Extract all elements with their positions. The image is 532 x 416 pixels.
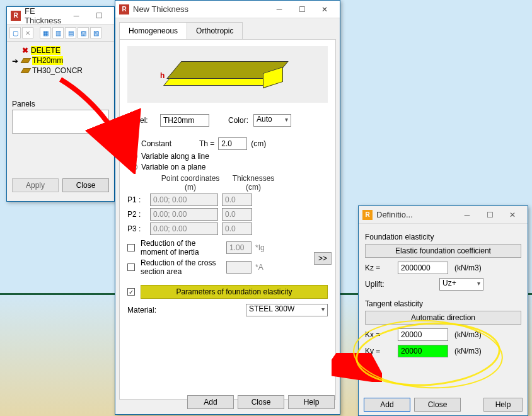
radio-label: Variable on a plane (141, 163, 206, 171)
kx-input[interactable] (398, 328, 448, 341)
titlebar[interactable]: R FE Thickness ─ ☐ (7, 7, 114, 25)
close-button[interactable]: Close (414, 398, 461, 412)
p1-coord-input (150, 194, 218, 206)
radio-label: Constant (141, 139, 195, 148)
close-button[interactable]: Close (238, 395, 284, 409)
elastic-coef-button[interactable]: Elastic foundation coefficient (365, 244, 521, 258)
view2-icon[interactable]: ▥ (52, 27, 64, 38)
reduction-moi-checkbox[interactable] (127, 244, 135, 251)
reduction-moi-input (226, 241, 252, 254)
p3-coord-input (150, 222, 218, 235)
uplift-select[interactable]: Uz+ (439, 278, 483, 291)
tab-bar: Homogeneous Orthotropic (115, 18, 340, 39)
view5-icon[interactable]: ▨ (90, 27, 101, 38)
kx-label: Kx = (365, 330, 394, 339)
annotation-arrow-icon (54, 73, 142, 174)
toolbar: ▢ ✕ ▦ ▥ ▤ ▧ ▨ (7, 25, 114, 42)
color-select[interactable]: Auto (253, 114, 291, 127)
maximize-button[interactable]: ☐ (88, 9, 110, 22)
thickness-illustration: h (127, 46, 328, 103)
close-icon[interactable]: ✕ (313, 3, 336, 16)
close-button[interactable]: Close (62, 178, 109, 192)
list-item-th20[interactable]: ➔ TH20mm (12, 55, 109, 66)
foundation-params-checkbox[interactable] (127, 288, 135, 296)
slab-icon (21, 68, 32, 73)
add-button[interactable]: Add (364, 398, 410, 412)
help-button[interactable]: Help (288, 395, 335, 409)
reduction-csa-label: Reduction of the cross section area (141, 258, 223, 276)
item-label: DELETE (31, 46, 61, 55)
minimize-button[interactable]: ─ (65, 9, 88, 22)
view4-icon[interactable]: ▧ (78, 27, 89, 38)
reduction-moi-unit: *Ig (255, 243, 265, 252)
p3-label: P3 : (127, 224, 146, 233)
dim-h-label: h (160, 71, 165, 80)
tab-homogeneous[interactable]: Homogeneous (119, 22, 187, 39)
radio-variable-line[interactable]: Variable along a line (130, 152, 328, 161)
material-label: Material: (127, 306, 165, 315)
tangent-section-title: Tangent elasticity (365, 299, 521, 308)
new-thickness-window: R New Thickness ─ ☐ ✕ Homogeneous Orthot… (115, 0, 340, 415)
kz-label: Kz = (365, 263, 394, 272)
view3-icon[interactable]: ▤ (65, 27, 76, 38)
color-label: Color: (228, 116, 248, 125)
reduction-moi-label: Reduction of the moment of inertia (141, 239, 223, 257)
radio-label: Variable along a line (141, 152, 209, 161)
th-label: Th = (199, 139, 214, 148)
tab-content: h Label: Color: Auto Constant Th = (cm) … (119, 39, 336, 400)
kz-input[interactable] (398, 262, 448, 274)
label-input[interactable] (160, 114, 209, 127)
p2-label: P2 : (127, 210, 146, 219)
app-icon: R (119, 4, 129, 14)
foundation-section-title: Foundation elasticity (365, 233, 521, 241)
item-label: TH20mm (32, 56, 63, 65)
minimize-button[interactable]: ─ (456, 209, 478, 221)
reduction-csa-input (226, 261, 252, 274)
delete-icon[interactable]: ✕ (22, 27, 33, 38)
maximize-button[interactable]: ☐ (291, 3, 313, 16)
x-icon: ✖ (22, 46, 28, 55)
add-button[interactable]: Add (187, 395, 234, 409)
automatic-direction-button[interactable]: Automatic direction (365, 311, 521, 325)
uplift-label: Uplift: (365, 280, 394, 289)
app-icon: R (362, 210, 373, 220)
foundation-params-button[interactable]: Parameters of foundation elasticity (141, 285, 328, 299)
window-title: FE Thickness (25, 6, 65, 25)
titlebar[interactable]: R Definitio... ─ ☐ ✕ (359, 206, 528, 224)
p3-thk-input (222, 222, 252, 235)
new-icon[interactable]: ▢ (9, 27, 21, 38)
kx-unit: (kN/m3) (454, 330, 482, 339)
app-icon: R (11, 11, 21, 21)
window-title: New Thickness (133, 4, 268, 14)
list-item-delete[interactable]: ✖ DELETE (12, 45, 109, 55)
p2-thk-input (222, 208, 252, 221)
selected-arrow-icon: ➔ (12, 57, 18, 66)
tab-orthotropic[interactable]: Orthotropic (187, 22, 243, 39)
thickness-header: Thicknesses (cm) (228, 174, 279, 192)
p1-label: P1 : (127, 195, 146, 204)
titlebar[interactable]: R New Thickness ─ ☐ ✕ (115, 1, 340, 18)
th-input[interactable] (218, 137, 247, 150)
coords-header: Point coordinates (m) (153, 174, 228, 192)
radio-variable-plane[interactable]: Variable on a plane (130, 163, 328, 171)
definition-window: R Definitio... ─ ☐ ✕ Foundation elastici… (358, 205, 528, 416)
expand-button[interactable]: >> (314, 252, 332, 265)
th-unit: (cm) (251, 139, 266, 148)
close-icon[interactable]: ✕ (501, 209, 524, 221)
help-button[interactable]: Help (483, 398, 523, 412)
apply-button[interactable]: Apply (12, 178, 59, 192)
minimize-button[interactable]: ─ (268, 3, 291, 16)
reduction-csa-unit: *A (255, 263, 263, 272)
ky-unit: (kN/m3) (454, 347, 482, 355)
maximize-button[interactable]: ☐ (478, 209, 501, 221)
ky-input[interactable] (398, 345, 448, 357)
slab-icon (21, 58, 32, 63)
radio-constant[interactable]: Constant Th = (cm) (130, 137, 328, 150)
p2-coord-input (150, 208, 218, 221)
view1-icon[interactable]: ▦ (40, 27, 51, 38)
window-title: Definitio... (376, 210, 456, 219)
reduction-csa-checkbox[interactable] (127, 263, 135, 271)
p1-thk-input (222, 194, 252, 206)
kz-unit: (kN/m3) (454, 263, 482, 272)
material-select[interactable]: STEEL 300W (246, 304, 328, 316)
